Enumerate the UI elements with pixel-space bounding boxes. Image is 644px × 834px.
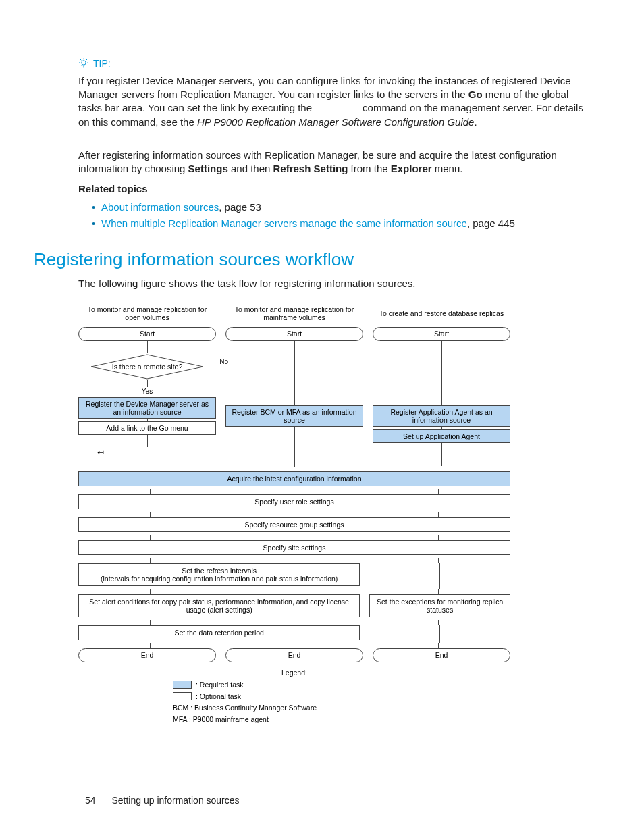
chapter-title: Setting up information sources	[111, 795, 239, 806]
end-node: End	[373, 648, 510, 662]
label-no: No	[219, 357, 228, 367]
start-node: Start	[373, 327, 510, 340]
col-open-volumes: To monitor and manage replication for op…	[78, 300, 216, 467]
step-alert-conditions: Set alert conditions for copy pair statu…	[78, 594, 360, 617]
step-user-roles: Specify user role settings	[78, 494, 510, 509]
step-register-dm: Register the Device Manager server as an…	[78, 397, 216, 419]
paragraph-after-tip: After registering information sources wi…	[78, 149, 585, 176]
decision-label: Is there a remote site?	[78, 353, 216, 380]
svg-point-0	[82, 61, 86, 65]
col-header: To monitor and manage replication for ma…	[225, 300, 363, 327]
related-topics-heading: Related topics	[78, 182, 585, 196]
tip-callout: TIP: If you register Device Manager serv…	[78, 53, 585, 136]
tip-label: TIP:	[93, 57, 111, 70]
step-register-agent: Register Application Agent as an informa…	[373, 405, 510, 427]
swatch-required	[173, 681, 192, 689]
col-header: To monitor and manage replication for op…	[78, 300, 216, 327]
step-add-link: Add a link to the Go menu	[78, 421, 216, 435]
col-mainframe: To monitor and manage replication for ma…	[225, 300, 363, 467]
section-intro: The following figure shows the task flow…	[78, 277, 585, 290]
start-node: Start	[78, 327, 216, 340]
col-database: To create and restore database replicas …	[373, 300, 510, 467]
list-item: When multiple Replication Manager server…	[92, 217, 585, 230]
related-topics-list: About information sources, page 53 When …	[92, 201, 585, 231]
step-exceptions: Set the exceptions for monitoring replic…	[369, 594, 510, 617]
step-setup-agent: Set up Application Agent	[373, 429, 510, 443]
page-number: 54	[85, 795, 96, 806]
svg-line-6	[86, 66, 87, 66]
step-retention: Set the data retention period	[78, 625, 360, 640]
swatch-optional	[173, 692, 192, 700]
list-item: About information sources, page 53	[92, 201, 585, 214]
link-multiple-servers[interactable]: When multiple Replication Manager server…	[101, 217, 467, 229]
link-about-sources[interactable]: About information sources	[101, 201, 219, 213]
legend-title: Legend:	[173, 668, 416, 677]
loop-arrow-icon: ↤	[97, 447, 104, 458]
start-node: Start	[225, 327, 363, 340]
tip-body: If you register Device Manager servers, …	[78, 74, 585, 129]
svg-line-7	[80, 66, 81, 66]
end-node: End	[225, 648, 363, 662]
svg-line-5	[80, 59, 81, 60]
workflow-diagram: To monitor and manage replication for op…	[78, 300, 510, 724]
tip-header: TIP:	[78, 57, 585, 70]
page-footer: 54 Setting up information sources	[85, 794, 240, 807]
section-heading: Registering information sources workflow	[34, 248, 585, 271]
legend: Legend: : Required task : Optional task …	[173, 668, 416, 725]
step-acquire-config: Acquire the latest configuration informa…	[78, 471, 510, 486]
step-site-settings: Specify site settings	[78, 540, 510, 555]
end-node: End	[78, 648, 216, 662]
step-register-bcm: Register BCM or MFA as an information so…	[225, 405, 363, 427]
step-refresh-intervals: Set the refresh intervals (intervals for…	[78, 563, 360, 586]
step-resource-groups: Specify resource group settings	[78, 517, 510, 532]
label-yes: Yes	[142, 387, 153, 396]
svg-line-8	[86, 59, 87, 60]
col-header: To create and restore database replicas	[377, 300, 506, 327]
lightbulb-icon	[78, 58, 89, 69]
